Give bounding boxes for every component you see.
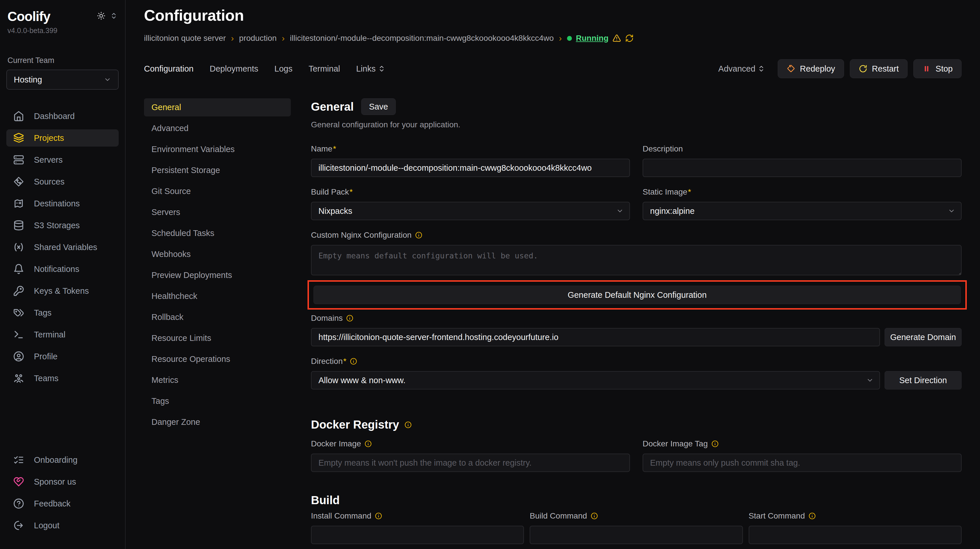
static-image-select[interactable]: nginx:alpine [643, 202, 962, 220]
subnav-rollback[interactable]: Rollback [144, 308, 291, 326]
tab-deployments[interactable]: Deployments [210, 64, 258, 73]
stop-button[interactable]: Stop [913, 59, 962, 78]
subnav-git-source[interactable]: Git Source [144, 182, 291, 201]
nginx-config-textarea[interactable] [311, 245, 962, 275]
subnav-tags[interactable]: Tags [144, 392, 291, 410]
direction-select[interactable]: Allow www & non-www. [311, 371, 880, 390]
team-select[interactable]: Hosting [6, 70, 119, 90]
direction-label: Direction [311, 357, 346, 366]
subnav-general[interactable]: General [144, 98, 291, 116]
domains-label: Domains [311, 313, 342, 323]
info-icon[interactable] [375, 512, 382, 520]
database-icon [13, 220, 24, 231]
advanced-menu[interactable]: Advanced [718, 64, 765, 73]
sidebar-item-dashboard[interactable]: Dashboard [6, 108, 119, 125]
sidebar-item-sources[interactable]: Sources [6, 173, 119, 190]
layers-icon [13, 132, 24, 143]
help-circle-icon [13, 498, 24, 509]
subnav-healthcheck[interactable]: Healthcheck [144, 287, 291, 305]
sidebar-item-projects[interactable]: Projects [6, 129, 119, 146]
section-description: General configuration for your applicati… [311, 120, 962, 129]
name-label: Name [311, 144, 336, 153]
subnav-preview-deployments[interactable]: Preview Deployments [144, 266, 291, 284]
sidebar-item-terminal[interactable]: Terminal [6, 326, 119, 343]
sidebar-item-notifications[interactable]: Notifications [6, 260, 119, 278]
generate-domain-button[interactable]: Generate Domain [885, 328, 962, 346]
sidebar-item-s3-storages[interactable]: S3 Storages [6, 217, 119, 234]
domains-input[interactable] [311, 328, 880, 346]
docker-image-input[interactable] [311, 454, 630, 472]
server-icon [13, 154, 24, 165]
info-icon[interactable] [404, 421, 412, 428]
refresh-icon[interactable] [625, 34, 634, 43]
redeploy-button[interactable]: Redeploy [778, 59, 844, 78]
section-title-general: General [311, 100, 354, 113]
subnav-danger-zone[interactable]: Danger Zone [144, 413, 291, 431]
info-icon[interactable] [590, 512, 598, 520]
info-icon[interactable] [711, 440, 719, 447]
info-icon[interactable] [346, 315, 353, 322]
static-image-label: Static Image [643, 188, 691, 197]
sidebar-item-servers[interactable]: Servers [6, 151, 119, 169]
build-command-input[interactable] [530, 526, 743, 544]
subnav-metrics[interactable]: Metrics [144, 371, 291, 389]
info-icon[interactable] [364, 440, 372, 447]
sidebar-item-feedback[interactable]: Feedback [6, 495, 119, 512]
theme-sun-icon[interactable] [97, 11, 105, 20]
name-input[interactable] [311, 159, 630, 177]
key-icon [13, 285, 24, 296]
subnav-webhooks[interactable]: Webhooks [144, 245, 291, 263]
section-title-docker-registry: Docker Registry [311, 418, 399, 431]
tab-terminal[interactable]: Terminal [309, 64, 340, 73]
restart-button[interactable]: Restart [850, 59, 908, 78]
docker-image-tag-input[interactable] [643, 454, 962, 472]
team-select-value: Hosting [14, 75, 42, 84]
sidebar-item-onboarding[interactable]: Onboarding [6, 451, 119, 468]
generate-nginx-config-button[interactable]: Generate Default Nginx Configuration [313, 286, 961, 304]
tab-links[interactable]: Links [356, 64, 385, 73]
info-icon[interactable] [808, 512, 816, 520]
sidebar-item-sponsor-us[interactable]: Sponsor us [6, 473, 119, 490]
sidebar-item-teams[interactable]: Teams [6, 370, 119, 387]
subnav-servers[interactable]: Servers [144, 203, 291, 221]
subnav-resource-operations[interactable]: Resource Operations [144, 350, 291, 368]
checklist-icon [13, 454, 24, 465]
sidebar-item-profile[interactable]: Profile [6, 348, 119, 365]
sidebar-item-tags[interactable]: Tags [6, 304, 119, 321]
description-input[interactable] [643, 159, 962, 177]
subnav-resource-limits[interactable]: Resource Limits [144, 329, 291, 347]
git-icon [13, 176, 24, 187]
sidebar-item-destinations[interactable]: Destinations [6, 195, 119, 212]
sidebar-footer: Onboarding Sponsor us Feedback Logout [6, 451, 119, 539]
subnav-persistent-storage[interactable]: Persistent Storage [144, 161, 291, 179]
breadcrumb-project[interactable]: illicitonion quote server [144, 33, 226, 43]
chevron-up-down-icon[interactable] [110, 12, 118, 19]
start-command-input[interactable] [749, 526, 962, 544]
sidebar-item-shared-variables[interactable]: Shared Variables [6, 239, 119, 256]
breadcrumb-application[interactable]: illicitestonion/-module--decomposition:m… [290, 33, 554, 43]
set-direction-button[interactable]: Set Direction [885, 371, 962, 390]
tab-logs[interactable]: Logs [274, 64, 293, 73]
warning-triangle-icon[interactable] [612, 34, 621, 43]
sidebar-item-keys-tokens[interactable]: Keys & Tokens [6, 282, 119, 299]
info-icon[interactable] [350, 358, 357, 365]
restart-icon [859, 64, 867, 73]
subnav-advanced[interactable]: Advanced [144, 119, 291, 137]
install-command-label: Install Command [311, 511, 371, 520]
chevron-up-down-icon [757, 65, 765, 72]
app-version: v4.0.0-beta.399 [8, 27, 118, 35]
breadcrumb: illicitonion quote server production ill… [144, 33, 962, 43]
config-subnav: General Advanced Environment Variables P… [144, 98, 291, 549]
subnav-environment-variables[interactable]: Environment Variables [144, 140, 291, 158]
start-command-label: Start Command [749, 511, 805, 520]
breadcrumb-environment[interactable]: production [239, 33, 277, 43]
subnav-scheduled-tasks[interactable]: Scheduled Tasks [144, 224, 291, 242]
info-icon[interactable] [415, 231, 422, 239]
tab-configuration[interactable]: Configuration [144, 64, 194, 73]
sidebar-item-logout[interactable]: Logout [6, 517, 119, 534]
build-pack-select[interactable]: Nixpacks [311, 202, 630, 220]
home-icon [13, 111, 24, 122]
install-command-input[interactable] [311, 526, 524, 544]
status-running-link[interactable]: Running [576, 33, 609, 43]
save-button[interactable]: Save [361, 98, 396, 115]
